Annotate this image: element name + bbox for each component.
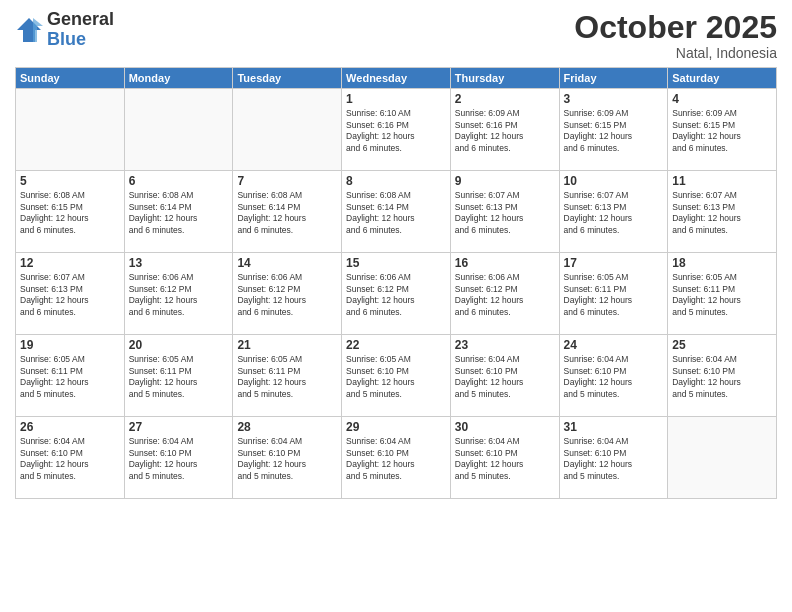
table-row: 25Sunrise: 6:04 AM Sunset: 6:10 PM Dayli…	[668, 335, 777, 417]
day-number: 12	[20, 256, 120, 270]
calendar-week-row: 5Sunrise: 6:08 AM Sunset: 6:15 PM Daylig…	[16, 171, 777, 253]
day-info: Sunrise: 6:05 AM Sunset: 6:11 PM Dayligh…	[129, 354, 229, 400]
day-info: Sunrise: 6:04 AM Sunset: 6:10 PM Dayligh…	[672, 354, 772, 400]
day-info: Sunrise: 6:04 AM Sunset: 6:10 PM Dayligh…	[564, 436, 664, 482]
day-number: 7	[237, 174, 337, 188]
day-number: 31	[564, 420, 664, 434]
day-number: 1	[346, 92, 446, 106]
location-subtitle: Natal, Indonesia	[574, 45, 777, 61]
day-info: Sunrise: 6:06 AM Sunset: 6:12 PM Dayligh…	[346, 272, 446, 318]
table-row: 6Sunrise: 6:08 AM Sunset: 6:14 PM Daylig…	[124, 171, 233, 253]
table-row: 29Sunrise: 6:04 AM Sunset: 6:10 PM Dayli…	[342, 417, 451, 499]
table-row: 21Sunrise: 6:05 AM Sunset: 6:11 PM Dayli…	[233, 335, 342, 417]
table-row: 27Sunrise: 6:04 AM Sunset: 6:10 PM Dayli…	[124, 417, 233, 499]
table-row: 13Sunrise: 6:06 AM Sunset: 6:12 PM Dayli…	[124, 253, 233, 335]
table-row: 23Sunrise: 6:04 AM Sunset: 6:10 PM Dayli…	[450, 335, 559, 417]
day-number: 14	[237, 256, 337, 270]
table-row: 7Sunrise: 6:08 AM Sunset: 6:14 PM Daylig…	[233, 171, 342, 253]
day-info: Sunrise: 6:05 AM Sunset: 6:11 PM Dayligh…	[672, 272, 772, 318]
day-info: Sunrise: 6:09 AM Sunset: 6:16 PM Dayligh…	[455, 108, 555, 154]
calendar-week-row: 1Sunrise: 6:10 AM Sunset: 6:16 PM Daylig…	[16, 89, 777, 171]
day-info: Sunrise: 6:07 AM Sunset: 6:13 PM Dayligh…	[455, 190, 555, 236]
table-row: 26Sunrise: 6:04 AM Sunset: 6:10 PM Dayli…	[16, 417, 125, 499]
table-row	[233, 89, 342, 171]
day-number: 27	[129, 420, 229, 434]
day-number: 17	[564, 256, 664, 270]
table-row: 9Sunrise: 6:07 AM Sunset: 6:13 PM Daylig…	[450, 171, 559, 253]
day-number: 2	[455, 92, 555, 106]
table-row	[16, 89, 125, 171]
day-number: 6	[129, 174, 229, 188]
day-number: 22	[346, 338, 446, 352]
table-row: 11Sunrise: 6:07 AM Sunset: 6:13 PM Dayli…	[668, 171, 777, 253]
table-row: 30Sunrise: 6:04 AM Sunset: 6:10 PM Dayli…	[450, 417, 559, 499]
day-number: 24	[564, 338, 664, 352]
day-number: 30	[455, 420, 555, 434]
table-row: 19Sunrise: 6:05 AM Sunset: 6:11 PM Dayli…	[16, 335, 125, 417]
day-info: Sunrise: 6:08 AM Sunset: 6:14 PM Dayligh…	[346, 190, 446, 236]
day-info: Sunrise: 6:07 AM Sunset: 6:13 PM Dayligh…	[672, 190, 772, 236]
day-number: 21	[237, 338, 337, 352]
table-row: 1Sunrise: 6:10 AM Sunset: 6:16 PM Daylig…	[342, 89, 451, 171]
table-row: 17Sunrise: 6:05 AM Sunset: 6:11 PM Dayli…	[559, 253, 668, 335]
logo-general: General	[47, 10, 114, 30]
table-row: 22Sunrise: 6:05 AM Sunset: 6:10 PM Dayli…	[342, 335, 451, 417]
table-row: 4Sunrise: 6:09 AM Sunset: 6:15 PM Daylig…	[668, 89, 777, 171]
day-info: Sunrise: 6:09 AM Sunset: 6:15 PM Dayligh…	[564, 108, 664, 154]
day-number: 23	[455, 338, 555, 352]
day-number: 8	[346, 174, 446, 188]
calendar-body: 1Sunrise: 6:10 AM Sunset: 6:16 PM Daylig…	[16, 89, 777, 499]
day-info: Sunrise: 6:04 AM Sunset: 6:10 PM Dayligh…	[455, 436, 555, 482]
day-info: Sunrise: 6:07 AM Sunset: 6:13 PM Dayligh…	[20, 272, 120, 318]
day-info: Sunrise: 6:10 AM Sunset: 6:16 PM Dayligh…	[346, 108, 446, 154]
day-info: Sunrise: 6:04 AM Sunset: 6:10 PM Dayligh…	[564, 354, 664, 400]
month-title: October 2025	[574, 10, 777, 45]
day-info: Sunrise: 6:04 AM Sunset: 6:10 PM Dayligh…	[346, 436, 446, 482]
day-info: Sunrise: 6:05 AM Sunset: 6:11 PM Dayligh…	[237, 354, 337, 400]
table-row	[668, 417, 777, 499]
table-row: 3Sunrise: 6:09 AM Sunset: 6:15 PM Daylig…	[559, 89, 668, 171]
day-info: Sunrise: 6:05 AM Sunset: 6:11 PM Dayligh…	[20, 354, 120, 400]
day-info: Sunrise: 6:05 AM Sunset: 6:10 PM Dayligh…	[346, 354, 446, 400]
day-number: 19	[20, 338, 120, 352]
day-info: Sunrise: 6:05 AM Sunset: 6:11 PM Dayligh…	[564, 272, 664, 318]
table-row: 24Sunrise: 6:04 AM Sunset: 6:10 PM Dayli…	[559, 335, 668, 417]
calendar-week-row: 19Sunrise: 6:05 AM Sunset: 6:11 PM Dayli…	[16, 335, 777, 417]
logo-blue: Blue	[47, 30, 114, 50]
day-number: 15	[346, 256, 446, 270]
logo-text: General Blue	[47, 10, 114, 50]
day-number: 20	[129, 338, 229, 352]
table-row: 16Sunrise: 6:06 AM Sunset: 6:12 PM Dayli…	[450, 253, 559, 335]
table-row: 5Sunrise: 6:08 AM Sunset: 6:15 PM Daylig…	[16, 171, 125, 253]
logo: General Blue	[15, 10, 114, 50]
day-info: Sunrise: 6:07 AM Sunset: 6:13 PM Dayligh…	[564, 190, 664, 236]
calendar-header-row: Sunday Monday Tuesday Wednesday Thursday…	[16, 68, 777, 89]
table-row: 8Sunrise: 6:08 AM Sunset: 6:14 PM Daylig…	[342, 171, 451, 253]
col-tuesday: Tuesday	[233, 68, 342, 89]
day-info: Sunrise: 6:06 AM Sunset: 6:12 PM Dayligh…	[237, 272, 337, 318]
table-row: 18Sunrise: 6:05 AM Sunset: 6:11 PM Dayli…	[668, 253, 777, 335]
day-number: 5	[20, 174, 120, 188]
table-row: 15Sunrise: 6:06 AM Sunset: 6:12 PM Dayli…	[342, 253, 451, 335]
day-info: Sunrise: 6:04 AM Sunset: 6:10 PM Dayligh…	[129, 436, 229, 482]
day-info: Sunrise: 6:04 AM Sunset: 6:10 PM Dayligh…	[455, 354, 555, 400]
calendar: Sunday Monday Tuesday Wednesday Thursday…	[15, 67, 777, 499]
table-row: 2Sunrise: 6:09 AM Sunset: 6:16 PM Daylig…	[450, 89, 559, 171]
day-number: 28	[237, 420, 337, 434]
day-info: Sunrise: 6:08 AM Sunset: 6:15 PM Dayligh…	[20, 190, 120, 236]
table-row: 12Sunrise: 6:07 AM Sunset: 6:13 PM Dayli…	[16, 253, 125, 335]
col-friday: Friday	[559, 68, 668, 89]
day-number: 3	[564, 92, 664, 106]
day-info: Sunrise: 6:08 AM Sunset: 6:14 PM Dayligh…	[237, 190, 337, 236]
table-row: 31Sunrise: 6:04 AM Sunset: 6:10 PM Dayli…	[559, 417, 668, 499]
col-wednesday: Wednesday	[342, 68, 451, 89]
day-number: 4	[672, 92, 772, 106]
table-row: 14Sunrise: 6:06 AM Sunset: 6:12 PM Dayli…	[233, 253, 342, 335]
logo-icon	[15, 16, 43, 44]
calendar-week-row: 26Sunrise: 6:04 AM Sunset: 6:10 PM Dayli…	[16, 417, 777, 499]
day-info: Sunrise: 6:04 AM Sunset: 6:10 PM Dayligh…	[237, 436, 337, 482]
header: General Blue October 2025 Natal, Indones…	[15, 10, 777, 61]
title-area: October 2025 Natal, Indonesia	[574, 10, 777, 61]
col-sunday: Sunday	[16, 68, 125, 89]
day-number: 9	[455, 174, 555, 188]
